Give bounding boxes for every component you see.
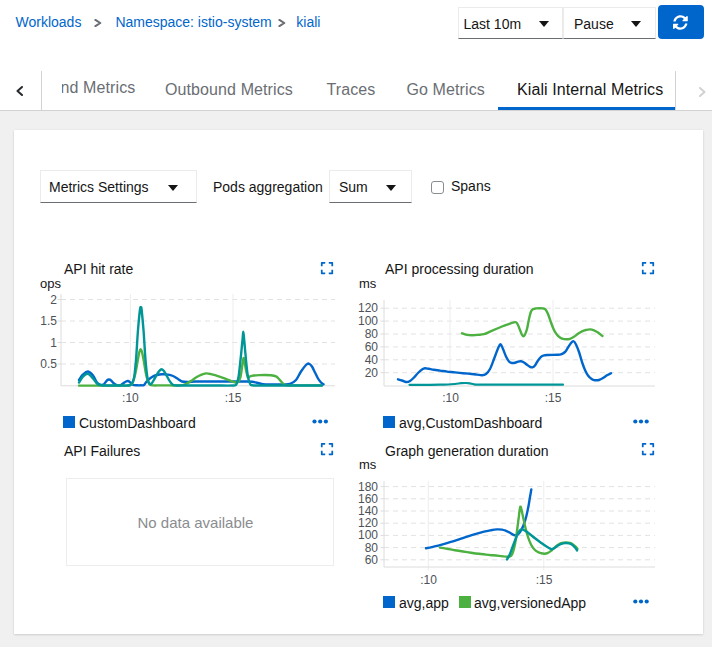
svg-text:2: 2: [50, 293, 57, 307]
svg-text:40: 40: [365, 353, 379, 367]
svg-text:60: 60: [365, 340, 379, 354]
svg-text:120: 120: [358, 301, 378, 315]
svg-text:60: 60: [365, 553, 379, 567]
svg-text:1.5: 1.5: [40, 314, 57, 328]
svg-text:80: 80: [365, 327, 379, 341]
svg-text:0.5: 0.5: [40, 357, 57, 371]
svg-text:1: 1: [50, 336, 57, 350]
svg-text::15: :15: [225, 391, 242, 405]
svg-text:20: 20: [365, 366, 379, 380]
svg-text::15: :15: [536, 573, 553, 587]
svg-text::10: :10: [442, 391, 459, 405]
svg-text::15: :15: [545, 391, 562, 405]
svg-text::10: :10: [420, 573, 437, 587]
svg-text::10: :10: [122, 391, 139, 405]
svg-text:100: 100: [358, 314, 378, 328]
